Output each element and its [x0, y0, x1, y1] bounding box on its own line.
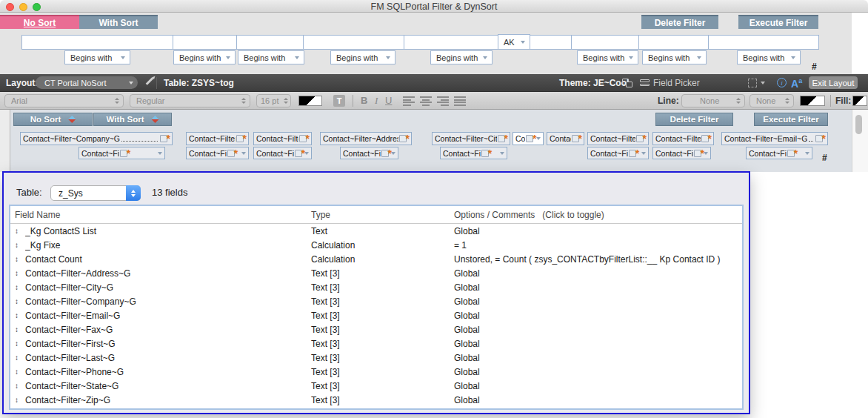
filter-field-strip[interactable]: [21, 35, 819, 50]
drag-handle-icon[interactable]: ↕: [15, 396, 25, 404]
line-color-swatch[interactable]: [800, 96, 825, 106]
drag-handle-icon[interactable]: ↕: [15, 311, 25, 319]
field-options[interactable]: Global: [454, 339, 742, 349]
text-format-icon[interactable]: T: [333, 95, 345, 107]
part-label-strip[interactable]: [0, 110, 10, 172]
field-object[interactable]: Contact~Filter: [587, 132, 649, 145]
field-object[interactable]: Contact~Filter: [186, 132, 249, 145]
field-table-header[interactable]: Field Name Type Options / Comments (Clic…: [10, 206, 742, 224]
font-style-popup[interactable]: Regular: [130, 94, 250, 107]
field-object-dropdown[interactable]: Contact~Fi: [652, 147, 711, 159]
drag-handle-icon[interactable]: ↕: [15, 283, 25, 291]
canvas-with-sort-button[interactable]: With Sort: [93, 113, 172, 126]
column-type[interactable]: Type: [311, 210, 454, 220]
vertical-scrollbar[interactable]: [852, 110, 868, 172]
bold-button[interactable]: B: [361, 95, 367, 106]
line-style-popup[interactable]: None: [750, 94, 794, 107]
theme-info[interactable]: Theme: JE~Cool: [559, 78, 629, 88]
drag-handle-icon[interactable]: ↕: [15, 269, 25, 277]
theme-icon[interactable]: [622, 79, 634, 88]
field-options[interactable]: Global: [454, 282, 742, 293]
text-formatting-icon[interactable]: Aa: [791, 77, 802, 90]
fill-color-swatch[interactable]: [852, 96, 867, 106]
field-row[interactable]: ↕ Contact~Filter~Email~G Text [3] Global: [10, 308, 742, 322]
field-object[interactable]: Contact~Filter~Email~G: [721, 132, 828, 145]
canvas-execute-filter-button[interactable]: Execute Filter: [754, 113, 828, 126]
field-object-dropdown[interactable]: Contact~Fi: [746, 147, 812, 159]
font-family-popup[interactable]: Arial: [4, 94, 124, 107]
execute-filter-button[interactable]: Execute Filter: [738, 15, 818, 29]
operator-dropdown[interactable]: Begins with: [238, 50, 304, 64]
field-object[interactable]: Contact~Filter~Company~G: [20, 132, 173, 145]
field-options[interactable]: = 1: [454, 240, 742, 251]
font-size-popup[interactable]: 16 pt: [256, 94, 291, 107]
drag-handle-icon[interactable]: ↕: [15, 255, 25, 263]
field-row[interactable]: ↕ Contact~Filter~Fax~G Text [3] Global: [10, 322, 742, 336]
field-object-dropdown[interactable]: Co: [513, 132, 544, 145]
canvas-delete-filter-button[interactable]: Delete Filter: [655, 113, 733, 126]
underline-button[interactable]: U: [385, 95, 392, 106]
drag-handle-icon[interactable]: ↕: [15, 382, 25, 390]
drag-handle-icon[interactable]: ↕: [15, 241, 25, 249]
table-select-popup[interactable]: z_Sys: [50, 185, 141, 201]
field-object-dropdown[interactable]: Contact~Fi: [79, 147, 165, 159]
align-justify-icon[interactable]: [454, 96, 466, 106]
align-center-icon[interactable]: [420, 96, 432, 106]
field-row[interactable]: ↕ Contact~Filter~State~G Text [3] Global: [10, 379, 742, 393]
drag-handle-icon[interactable]: ↕: [15, 297, 25, 305]
text-color-swatch[interactable]: [298, 96, 322, 106]
selection-tool-icon[interactable]: [748, 79, 757, 87]
field-object-dropdown[interactable]: Contact~Fi: [253, 147, 312, 159]
operator-dropdown[interactable]: Begins with: [737, 50, 801, 64]
drag-handle-icon[interactable]: ↕: [15, 227, 25, 235]
delete-filter-button[interactable]: Delete Filter: [641, 15, 718, 29]
field-row[interactable]: ↕ Contact~Filter~First~G Text [3] Global: [10, 336, 742, 351]
italic-button[interactable]: I: [375, 95, 378, 107]
field-picker-icon[interactable]: [640, 79, 650, 87]
column-options[interactable]: Options / Comments (Click to toggle): [454, 210, 742, 220]
field-row[interactable]: ↕ Contact~Filter~Phone~G Text [3] Global: [10, 365, 742, 379]
operator-dropdown[interactable]: Begins with: [577, 50, 638, 64]
field-picker-button[interactable]: Field Picker: [653, 78, 700, 88]
info-icon[interactable]: [777, 78, 787, 87]
field-row[interactable]: ↕ _Kg ContactS List Text Global: [10, 224, 742, 238]
field-row[interactable]: ↕ Contact Count Calculation Unstored, = …: [10, 252, 742, 266]
operator-dropdown[interactable]: Begins with: [642, 50, 707, 64]
layout-popup[interactable]: CT Portal NoSort: [36, 76, 138, 89]
field-options[interactable]: Global: [454, 353, 742, 363]
state-dropdown[interactable]: AK: [498, 34, 530, 50]
with-sort-button[interactable]: With Sort: [79, 15, 158, 29]
edit-layout-pencil-icon[interactable]: [146, 77, 154, 85]
drag-handle-icon[interactable]: ↕: [15, 339, 25, 348]
scrollbar-thumb[interactable]: [855, 115, 862, 134]
field-row[interactable]: ↕ Contact~Filter~Zip~G Text [3] Global: [10, 393, 742, 407]
chevron-down-icon[interactable]: [761, 82, 765, 84]
operator-dropdown[interactable]: Begins with: [64, 50, 130, 64]
column-field-name[interactable]: Field Name: [15, 210, 311, 220]
field-row[interactable]: ↕ Contact~Filter~Company~G Text [3] Glob…: [10, 294, 742, 308]
operator-dropdown[interactable]: Begins with: [430, 50, 493, 64]
drag-handle-icon[interactable]: ↕: [15, 354, 25, 362]
field-object[interactable]: Contact~Filter: [253, 132, 312, 145]
field-options[interactable]: Unstored, = Count ( zsys_CONTACTbyFilter…: [454, 254, 742, 265]
field-object[interactable]: Contact~Filter~Address~G: [320, 132, 412, 145]
align-right-icon[interactable]: [437, 96, 449, 106]
field-options[interactable]: Global: [454, 226, 742, 236]
exit-layout-button[interactable]: Exit Layout: [809, 76, 858, 89]
no-sort-button[interactable]: No Sort: [0, 15, 79, 29]
canvas-no-sort-button[interactable]: No Sort: [13, 113, 93, 126]
field-row[interactable]: ↕ Contact~Filter~City~G Text [3] Global: [10, 280, 742, 294]
field-object-dropdown[interactable]: Contact~Fi: [340, 147, 398, 159]
field-options[interactable]: Global: [454, 381, 742, 391]
field-object-dropdown[interactable]: Contact~Fi: [587, 147, 649, 159]
field-options[interactable]: Global: [454, 395, 742, 405]
field-options[interactable]: Global: [454, 311, 742, 321]
field-row[interactable]: ↕ _Kg Fixe Calculation = 1: [10, 238, 742, 252]
field-row[interactable]: ↕ Contact~Filter~Last~G Text [3] Global: [10, 351, 742, 365]
operator-dropdown[interactable]: Begins with: [173, 50, 236, 64]
align-left-icon[interactable]: [403, 96, 415, 106]
drag-handle-icon[interactable]: ↕: [15, 368, 25, 376]
field-object[interactable]: Contact~Filter~City: [432, 132, 510, 145]
field-options[interactable]: Global: [454, 296, 742, 307]
field-object-dropdown[interactable]: Contact~Fi: [186, 147, 249, 159]
